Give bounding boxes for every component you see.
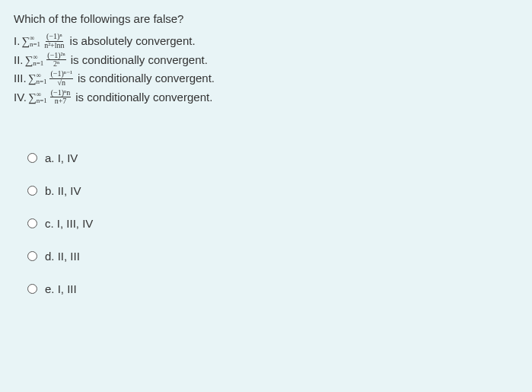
- roman-1: I.: [14, 33, 20, 50]
- option-e[interactable]: e. I, III: [27, 282, 518, 295]
- statement-1: I. ∑∞n=1 (−1)ⁿn²+lnn is absolutely conve…: [14, 33, 518, 50]
- option-e-label: e. I, III: [45, 282, 77, 295]
- option-c[interactable]: c. I, III, IV: [27, 217, 518, 230]
- option-d[interactable]: d. II, III: [27, 250, 518, 263]
- radio-icon: [27, 153, 37, 163]
- formula-3: ∑∞n=1 (−1)ⁿ⁻¹√n: [28, 70, 76, 88]
- statement-3: III. ∑∞n=1 (−1)ⁿ⁻¹√n is conditionally co…: [14, 70, 518, 88]
- radio-icon: [27, 284, 37, 294]
- option-c-label: c. I, III, IV: [45, 217, 93, 230]
- desc-4: is conditionally convergent.: [75, 89, 212, 107]
- radio-icon: [27, 218, 37, 228]
- question-text: Which of the followings are false?: [14, 12, 518, 25]
- option-a[interactable]: a. I, IV: [27, 151, 518, 164]
- option-b[interactable]: b. II, IV: [27, 184, 518, 197]
- options-block: a. I, IV b. II, IV c. I, III, IV d. II, …: [14, 151, 518, 295]
- formula-4: ∑∞n=1 (−1)ⁿnn+7: [28, 89, 74, 107]
- formula-1: ∑∞n=1 (−1)ⁿn²+lnn: [21, 33, 68, 50]
- desc-2: is conditionally convergent.: [71, 52, 208, 69]
- roman-2: II.: [14, 52, 24, 69]
- radio-icon: [27, 251, 37, 261]
- statement-4: IV. ∑∞n=1 (−1)ⁿnn+7 is conditionally con…: [14, 89, 518, 107]
- roman-3: III.: [14, 70, 27, 88]
- statements-block: I. ∑∞n=1 (−1)ⁿn²+lnn is absolutely conve…: [14, 33, 518, 106]
- radio-icon: [27, 186, 37, 196]
- statement-2: II. ∑∞n=1 (−1)²ⁿ2ⁿ is conditionally conv…: [14, 52, 518, 69]
- formula-2: ∑∞n=1 (−1)²ⁿ2ⁿ: [25, 52, 69, 69]
- option-b-label: b. II, IV: [45, 184, 81, 197]
- roman-4: IV.: [14, 89, 27, 107]
- desc-1: is absolutely convergent.: [70, 33, 196, 50]
- desc-3: is conditionally convergent.: [78, 70, 215, 88]
- option-a-label: a. I, IV: [45, 151, 78, 164]
- option-d-label: d. II, III: [45, 250, 80, 263]
